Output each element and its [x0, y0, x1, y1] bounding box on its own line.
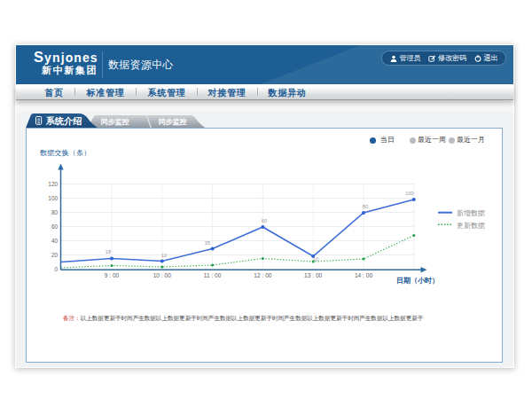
svg-text:同步监控: 同步监控	[159, 118, 187, 126]
svg-text:14 : 00: 14 : 00	[355, 272, 372, 278]
svg-text:11 : 00: 11 : 00	[204, 272, 222, 278]
svg-text:120: 120	[48, 181, 58, 187]
svg-text:35: 35	[205, 240, 210, 246]
svg-text:40: 40	[51, 238, 59, 244]
svg-text:100: 100	[405, 191, 414, 196]
svg-text:20: 20	[51, 252, 59, 258]
svg-text:更新数据: 更新数据	[457, 222, 485, 230]
svg-text:10: 10	[161, 253, 167, 258]
svg-text:13 : 00: 13 : 00	[304, 272, 322, 278]
svg-text:80: 80	[51, 209, 59, 215]
svg-text:100: 100	[48, 195, 58, 201]
svg-text:同步监控: 同步监控	[101, 118, 129, 126]
svg-text:10: 10	[313, 256, 318, 262]
svg-text:0: 0	[54, 266, 58, 272]
svg-text:18: 18	[106, 249, 111, 254]
svg-text:系统介绍: 系统介绍	[45, 116, 82, 126]
svg-text:新增数据: 新增数据	[457, 209, 485, 217]
svg-text:日期（小时）: 日期（小时）	[396, 277, 439, 285]
svg-text:10 : 00: 10 : 00	[153, 272, 171, 278]
svg-text:80: 80	[363, 204, 368, 209]
svg-text:60: 60	[51, 223, 59, 230]
svg-text:12 : 00: 12 : 00	[254, 272, 271, 278]
svg-text:9 : 00: 9 : 00	[105, 272, 120, 278]
svg-text:60: 60	[262, 218, 267, 223]
